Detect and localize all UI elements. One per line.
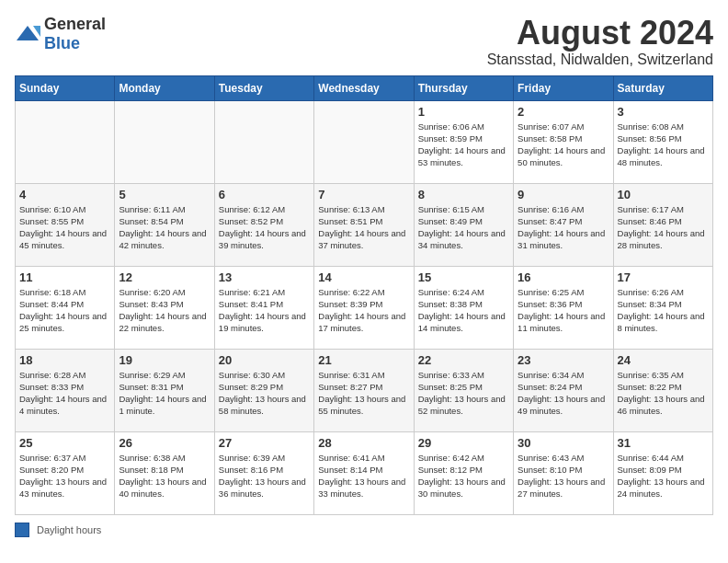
day-info: Sunrise: 6:25 AM Sunset: 8:36 PM Dayligh… [518,286,609,335]
weekday-header-wednesday: Wednesday [314,75,414,100]
day-info: Sunrise: 6:31 AM Sunset: 8:27 PM Dayligh… [318,369,409,418]
day-info: Sunrise: 6:34 AM Sunset: 8:24 PM Dayligh… [518,369,609,418]
calendar-cell: 24Sunrise: 6:35 AM Sunset: 8:22 PM Dayli… [613,349,712,431]
logo: General Blue [15,15,106,53]
weekday-header-thursday: Thursday [414,75,513,100]
day-number: 20 [219,353,310,367]
day-number: 5 [119,188,210,201]
day-number: 17 [618,270,709,284]
calendar-cell [115,100,214,183]
day-number: 18 [19,353,110,367]
calendar-cell: 27Sunrise: 6:39 AM Sunset: 8:16 PM Dayli… [214,431,313,514]
day-info: Sunrise: 6:35 AM Sunset: 8:22 PM Dayligh… [618,369,709,418]
logo-icon [15,24,40,44]
day-number: 16 [518,270,609,284]
day-number: 2 [518,105,609,119]
day-number: 25 [19,436,110,450]
logo-blue: Blue [44,34,80,52]
calendar-cell: 6Sunrise: 6:12 AM Sunset: 8:52 PM Daylig… [214,183,313,266]
day-info: Sunrise: 6:43 AM Sunset: 8:10 PM Dayligh… [518,452,609,500]
calendar-cell: 3Sunrise: 6:08 AM Sunset: 8:56 PM Daylig… [613,100,712,183]
day-number: 26 [119,436,210,450]
calendar-cell: 8Sunrise: 6:15 AM Sunset: 8:49 PM Daylig… [414,183,513,266]
page-title: August 2024 [487,15,713,52]
weekday-header-row: SundayMondayTuesdayWednesdayThursdayFrid… [16,75,713,100]
day-info: Sunrise: 6:29 AM Sunset: 8:31 PM Dayligh… [119,369,210,418]
calendar-cell: 23Sunrise: 6:34 AM Sunset: 8:24 PM Dayli… [514,349,613,431]
calendar-cell: 4Sunrise: 6:10 AM Sunset: 8:55 PM Daylig… [16,183,115,266]
day-number: 15 [418,270,509,284]
day-number: 14 [318,270,409,284]
day-info: Sunrise: 6:37 AM Sunset: 8:20 PM Dayligh… [19,452,110,500]
calendar-cell: 20Sunrise: 6:30 AM Sunset: 8:29 PM Dayli… [214,349,313,431]
weekday-header-saturday: Saturday [613,75,712,100]
title-area: August 2024 Stansstad, Nidwalden, Switze… [487,15,713,68]
page-subtitle: Stansstad, Nidwalden, Switzerland [487,52,713,68]
calendar-cell: 5Sunrise: 6:11 AM Sunset: 8:54 PM Daylig… [115,183,214,266]
calendar-cell: 12Sunrise: 6:20 AM Sunset: 8:43 PM Dayli… [115,266,214,349]
calendar-cell: 13Sunrise: 6:21 AM Sunset: 8:41 PM Dayli… [214,266,313,349]
day-number: 8 [418,188,509,201]
week-row-1: 1Sunrise: 6:06 AM Sunset: 8:59 PM Daylig… [16,100,713,183]
day-info: Sunrise: 6:22 AM Sunset: 8:39 PM Dayligh… [318,286,409,335]
calendar-cell: 9Sunrise: 6:16 AM Sunset: 8:47 PM Daylig… [514,183,613,266]
day-number: 1 [418,105,509,119]
footer: Daylight hours [15,523,713,537]
calendar-cell: 17Sunrise: 6:26 AM Sunset: 8:34 PM Dayli… [613,266,712,349]
calendar-cell: 14Sunrise: 6:22 AM Sunset: 8:39 PM Dayli… [314,266,414,349]
day-number: 24 [618,353,709,367]
calendar-cell: 1Sunrise: 6:06 AM Sunset: 8:59 PM Daylig… [414,100,513,183]
day-info: Sunrise: 6:07 AM Sunset: 8:58 PM Dayligh… [518,121,609,169]
calendar-cell: 7Sunrise: 6:13 AM Sunset: 8:51 PM Daylig… [314,183,414,266]
calendar-cell: 28Sunrise: 6:41 AM Sunset: 8:14 PM Dayli… [314,431,414,514]
day-number: 22 [418,353,509,367]
calendar-cell: 22Sunrise: 6:33 AM Sunset: 8:25 PM Dayli… [414,349,513,431]
day-info: Sunrise: 6:18 AM Sunset: 8:44 PM Dayligh… [19,286,110,335]
day-info: Sunrise: 6:39 AM Sunset: 8:16 PM Dayligh… [219,452,310,500]
day-number: 31 [618,436,709,450]
calendar-cell: 16Sunrise: 6:25 AM Sunset: 8:36 PM Dayli… [514,266,613,349]
day-info: Sunrise: 6:30 AM Sunset: 8:29 PM Dayligh… [219,369,310,418]
day-info: Sunrise: 6:26 AM Sunset: 8:34 PM Dayligh… [618,286,709,335]
calendar-cell: 31Sunrise: 6:44 AM Sunset: 8:09 PM Dayli… [613,431,712,514]
day-info: Sunrise: 6:38 AM Sunset: 8:18 PM Dayligh… [119,452,210,500]
week-row-5: 25Sunrise: 6:37 AM Sunset: 8:20 PM Dayli… [16,431,713,514]
day-info: Sunrise: 6:24 AM Sunset: 8:38 PM Dayligh… [418,286,509,335]
weekday-header-tuesday: Tuesday [214,75,313,100]
day-number: 11 [19,270,110,284]
calendar-cell: 19Sunrise: 6:29 AM Sunset: 8:31 PM Dayli… [115,349,214,431]
day-info: Sunrise: 6:13 AM Sunset: 8:51 PM Dayligh… [318,203,409,252]
day-number: 28 [318,436,409,450]
day-number: 6 [219,188,310,201]
week-row-3: 11Sunrise: 6:18 AM Sunset: 8:44 PM Dayli… [16,266,713,349]
day-info: Sunrise: 6:28 AM Sunset: 8:33 PM Dayligh… [19,369,110,418]
day-number: 19 [119,353,210,367]
day-info: Sunrise: 6:33 AM Sunset: 8:25 PM Dayligh… [418,369,509,418]
calendar-cell: 10Sunrise: 6:17 AM Sunset: 8:46 PM Dayli… [613,183,712,266]
day-info: Sunrise: 6:08 AM Sunset: 8:56 PM Dayligh… [618,121,709,169]
day-info: Sunrise: 6:10 AM Sunset: 8:55 PM Dayligh… [19,203,110,252]
day-number: 12 [119,270,210,284]
day-number: 29 [418,436,509,450]
weekday-header-monday: Monday [115,75,214,100]
day-number: 9 [518,188,609,201]
week-row-2: 4Sunrise: 6:10 AM Sunset: 8:55 PM Daylig… [16,183,713,266]
day-info: Sunrise: 6:41 AM Sunset: 8:14 PM Dayligh… [318,452,409,500]
day-info: Sunrise: 6:20 AM Sunset: 8:43 PM Dayligh… [119,286,210,335]
day-number: 30 [518,436,609,450]
day-info: Sunrise: 6:15 AM Sunset: 8:49 PM Dayligh… [418,203,509,252]
day-info: Sunrise: 6:44 AM Sunset: 8:09 PM Dayligh… [618,452,709,500]
legend-color-box [15,523,29,537]
calendar-cell: 18Sunrise: 6:28 AM Sunset: 8:33 PM Dayli… [16,349,115,431]
day-info: Sunrise: 6:11 AM Sunset: 8:54 PM Dayligh… [119,203,210,252]
day-number: 3 [618,105,709,119]
day-number: 10 [618,188,709,201]
calendar-cell: 2Sunrise: 6:07 AM Sunset: 8:58 PM Daylig… [514,100,613,183]
day-info: Sunrise: 6:42 AM Sunset: 8:12 PM Dayligh… [418,452,509,500]
week-row-4: 18Sunrise: 6:28 AM Sunset: 8:33 PM Dayli… [16,349,713,431]
calendar-cell: 25Sunrise: 6:37 AM Sunset: 8:20 PM Dayli… [16,431,115,514]
weekday-header-sunday: Sunday [16,75,115,100]
calendar-table: SundayMondayTuesdayWednesdayThursdayFrid… [15,75,713,515]
day-number: 13 [219,270,310,284]
day-info: Sunrise: 6:21 AM Sunset: 8:41 PM Dayligh… [219,286,310,335]
